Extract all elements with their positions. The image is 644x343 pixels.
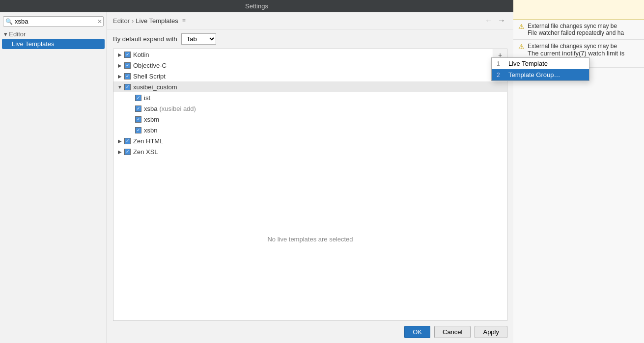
nav-buttons: ← → bbox=[483, 16, 507, 25]
search-box: 🔍 ✕ bbox=[3, 16, 104, 26]
dropdown-num-2: 2 bbox=[497, 72, 504, 79]
tree-label-zen-xsl: Zen XSL bbox=[133, 148, 158, 156]
expand-label: By default expand with bbox=[113, 35, 177, 43]
breadcrumb-separator: › bbox=[132, 17, 134, 25]
sidebar-section-editor: ▾ Editor Live Templates bbox=[0, 28, 107, 50]
tree-row-zen-html[interactable]: ▶ Zen HTML bbox=[113, 135, 507, 146]
sidebar-group-label-text: Editor bbox=[9, 30, 26, 38]
dropdown-item-live-template[interactable]: 1 Live Template bbox=[492, 58, 589, 69]
dialog-body: 🔍 ✕ ▾ Editor Live Templates Editor › Liv… bbox=[0, 12, 513, 343]
expand-bar: By default expand with Tab Enter Space bbox=[107, 29, 513, 49]
apply-button[interactable]: Apply bbox=[475, 326, 507, 338]
tree-area: + ▶ Kotlin ▶ Objective-C ▶ Shell Script bbox=[113, 49, 507, 321]
checkbox-shell-script[interactable] bbox=[124, 73, 131, 79]
tree-label-xsbn: xsbn bbox=[144, 127, 157, 134]
collapse-icon: ▾ bbox=[4, 30, 7, 38]
checkbox-xusibei[interactable] bbox=[124, 84, 131, 90]
checkbox-xsbn[interactable] bbox=[135, 127, 141, 133]
sidebar-group-editor[interactable]: ▾ Editor bbox=[0, 29, 107, 39]
checkbox-objective-c[interactable] bbox=[124, 62, 131, 69]
notification-title-1: External file changes sync may be bbox=[528, 23, 624, 29]
checkbox-xsbm[interactable] bbox=[135, 116, 141, 123]
expand-icon-zen-xsl: ▶ bbox=[116, 148, 123, 155]
cancel-button[interactable]: Cancel bbox=[434, 326, 471, 338]
expand-icon-zen-html: ▶ bbox=[116, 137, 123, 144]
expand-select[interactable]: Tab Enter Space bbox=[181, 33, 216, 45]
tree-sublabel-xsba: (xusibei add) bbox=[159, 105, 196, 112]
tree-label-kotlin: Kotlin bbox=[133, 51, 149, 58]
sidebar-item-live-templates[interactable]: Live Templates bbox=[2, 39, 105, 49]
dropdown-num-1: 1 bbox=[497, 60, 504, 67]
title-label: Settings bbox=[245, 2, 268, 10]
breadcrumb-bar: Editor › Live Templates ≡ ← → bbox=[107, 12, 513, 29]
tree-row-ist[interactable]: ▶ ist bbox=[113, 92, 507, 103]
title-bar: Settings bbox=[0, 0, 513, 12]
sidebar: 🔍 ✕ ▾ Editor Live Templates bbox=[0, 12, 107, 343]
no-templates-message: No live templates are selected bbox=[113, 216, 507, 263]
expand-icon-xusibei: ▼ bbox=[116, 83, 123, 90]
search-input[interactable] bbox=[15, 18, 97, 25]
tree-row-zen-xsl[interactable]: ▶ Zen XSL bbox=[113, 146, 507, 157]
dropdown-label-live-template: Live Template bbox=[508, 60, 548, 67]
tree-label-xsba: xsba bbox=[144, 105, 157, 112]
tree-row-shell-script[interactable]: ▶ Shell Script bbox=[113, 71, 507, 81]
tree-row-xsba[interactable]: ▶ xsba (xusibei add) bbox=[113, 103, 507, 114]
sidebar-item-live-templates-label: Live Templates bbox=[12, 40, 54, 48]
notification-item-1: ⚠ External file changes sync may be File… bbox=[513, 20, 644, 40]
right-panel: ⚠ External file changes sync may be File… bbox=[513, 0, 644, 343]
tree-label-xsbm: xsbm bbox=[144, 116, 159, 123]
checkbox-zen-html[interactable] bbox=[124, 138, 131, 144]
checkbox-kotlin[interactable] bbox=[124, 52, 131, 58]
tree-row-objective-c[interactable]: ▶ Objective-C bbox=[113, 60, 507, 71]
tree-row-kotlin[interactable]: ▶ Kotlin bbox=[113, 49, 507, 60]
add-dropdown-popup: 1 Live Template 2 Template Group… bbox=[491, 57, 589, 81]
tree-label-objective-c: Objective-C bbox=[133, 62, 167, 69]
tree-label-ist: ist bbox=[144, 94, 150, 102]
nav-back-button[interactable]: ← bbox=[483, 16, 495, 25]
expand-icon-kotlin: ▶ bbox=[116, 51, 123, 58]
tree-label-zen-html: Zen HTML bbox=[133, 137, 163, 145]
tree-label-shell-script: Shell Script bbox=[133, 73, 166, 80]
notification-title-2: External file changes sync may be bbox=[528, 43, 639, 50]
bottom-buttons: OK Cancel Apply bbox=[107, 321, 513, 343]
breadcrumb-current: Live Templates bbox=[136, 17, 178, 25]
main-content: Editor › Live Templates ≡ ← → By default… bbox=[107, 12, 513, 343]
breadcrumb-menu-icon[interactable]: ≡ bbox=[182, 17, 186, 24]
breadcrumb-parent[interactable]: Editor bbox=[113, 17, 130, 25]
ok-button[interactable]: OK bbox=[404, 326, 430, 338]
search-clear-button[interactable]: ✕ bbox=[97, 18, 102, 25]
checkbox-zen-xsl[interactable] bbox=[124, 149, 131, 155]
settings-dialog: Settings 🔍 ✕ ▾ Editor Live Templates bbox=[0, 0, 513, 343]
search-icon: 🔍 bbox=[5, 18, 13, 25]
dropdown-item-template-group[interactable]: 2 Template Group… bbox=[492, 69, 589, 80]
tree-row-xusibei-custom[interactable]: ▼ xusibei_custom bbox=[113, 81, 507, 92]
expand-icon-objective-c: ▶ bbox=[116, 62, 123, 69]
tree-row-xsbm[interactable]: ▶ xsbm bbox=[113, 114, 507, 125]
nav-forward-button[interactable]: → bbox=[496, 16, 507, 25]
tree-row-xsbn[interactable]: ▶ xsbn bbox=[113, 125, 507, 135]
notification-body-1: File watcher failed repeatedly and ha bbox=[528, 29, 624, 36]
expand-icon-shell-script: ▶ bbox=[116, 73, 123, 79]
tree-label-xusibei: xusibei_custom bbox=[133, 83, 177, 91]
notification-content-1: External file changes sync may be File w… bbox=[528, 23, 624, 36]
warning-icon-1: ⚠ bbox=[518, 23, 525, 36]
checkbox-xsba[interactable] bbox=[135, 106, 141, 112]
dropdown-label-template-group: Template Group… bbox=[508, 71, 560, 79]
notification-bar bbox=[513, 0, 644, 20]
checkbox-ist[interactable] bbox=[135, 95, 141, 101]
